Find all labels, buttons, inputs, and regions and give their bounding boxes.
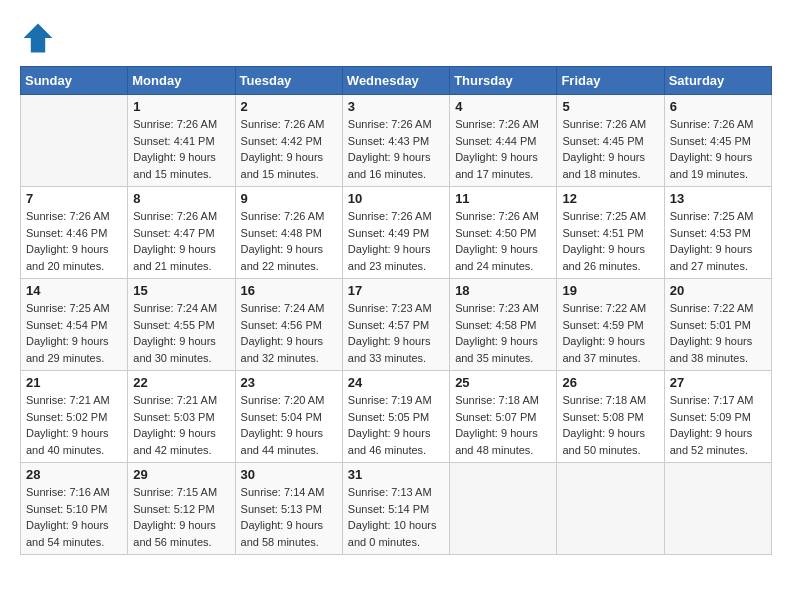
day-info: Sunrise: 7:22 AM Sunset: 4:59 PM Dayligh… [562,300,658,366]
calendar-cell: 1Sunrise: 7:26 AM Sunset: 4:41 PM Daylig… [128,95,235,187]
day-number: 13 [670,191,766,206]
day-info: Sunrise: 7:26 AM Sunset: 4:41 PM Dayligh… [133,116,229,182]
calendar-week-row: 7Sunrise: 7:26 AM Sunset: 4:46 PM Daylig… [21,187,772,279]
calendar-cell: 4Sunrise: 7:26 AM Sunset: 4:44 PM Daylig… [450,95,557,187]
calendar-cell: 20Sunrise: 7:22 AM Sunset: 5:01 PM Dayli… [664,279,771,371]
day-info: Sunrise: 7:25 AM Sunset: 4:51 PM Dayligh… [562,208,658,274]
calendar-cell: 9Sunrise: 7:26 AM Sunset: 4:48 PM Daylig… [235,187,342,279]
calendar-cell: 25Sunrise: 7:18 AM Sunset: 5:07 PM Dayli… [450,371,557,463]
day-number: 6 [670,99,766,114]
calendar-cell: 10Sunrise: 7:26 AM Sunset: 4:49 PM Dayli… [342,187,449,279]
day-number: 15 [133,283,229,298]
calendar-cell: 13Sunrise: 7:25 AM Sunset: 4:53 PM Dayli… [664,187,771,279]
day-number: 19 [562,283,658,298]
day-info: Sunrise: 7:16 AM Sunset: 5:10 PM Dayligh… [26,484,122,550]
day-info: Sunrise: 7:26 AM Sunset: 4:49 PM Dayligh… [348,208,444,274]
calendar-cell: 21Sunrise: 7:21 AM Sunset: 5:02 PM Dayli… [21,371,128,463]
calendar-week-row: 21Sunrise: 7:21 AM Sunset: 5:02 PM Dayli… [21,371,772,463]
calendar-cell: 17Sunrise: 7:23 AM Sunset: 4:57 PM Dayli… [342,279,449,371]
calendar-cell: 5Sunrise: 7:26 AM Sunset: 4:45 PM Daylig… [557,95,664,187]
calendar-cell: 2Sunrise: 7:26 AM Sunset: 4:42 PM Daylig… [235,95,342,187]
day-number: 5 [562,99,658,114]
calendar-cell: 7Sunrise: 7:26 AM Sunset: 4:46 PM Daylig… [21,187,128,279]
day-number: 27 [670,375,766,390]
calendar-cell: 26Sunrise: 7:18 AM Sunset: 5:08 PM Dayli… [557,371,664,463]
day-info: Sunrise: 7:15 AM Sunset: 5:12 PM Dayligh… [133,484,229,550]
day-number: 23 [241,375,337,390]
day-number: 10 [348,191,444,206]
calendar-cell [557,463,664,555]
day-info: Sunrise: 7:26 AM Sunset: 4:47 PM Dayligh… [133,208,229,274]
day-number: 22 [133,375,229,390]
calendar-table: SundayMondayTuesdayWednesdayThursdayFrid… [20,66,772,555]
day-info: Sunrise: 7:26 AM Sunset: 4:50 PM Dayligh… [455,208,551,274]
column-header-monday: Monday [128,67,235,95]
day-info: Sunrise: 7:20 AM Sunset: 5:04 PM Dayligh… [241,392,337,458]
calendar-cell: 23Sunrise: 7:20 AM Sunset: 5:04 PM Dayli… [235,371,342,463]
day-info: Sunrise: 7:26 AM Sunset: 4:45 PM Dayligh… [562,116,658,182]
calendar-week-row: 14Sunrise: 7:25 AM Sunset: 4:54 PM Dayli… [21,279,772,371]
calendar-cell: 29Sunrise: 7:15 AM Sunset: 5:12 PM Dayli… [128,463,235,555]
calendar-cell: 6Sunrise: 7:26 AM Sunset: 4:45 PM Daylig… [664,95,771,187]
calendar-cell: 22Sunrise: 7:21 AM Sunset: 5:03 PM Dayli… [128,371,235,463]
calendar-cell: 30Sunrise: 7:14 AM Sunset: 5:13 PM Dayli… [235,463,342,555]
column-header-friday: Friday [557,67,664,95]
svg-marker-0 [24,24,53,53]
column-header-saturday: Saturday [664,67,771,95]
day-number: 9 [241,191,337,206]
day-number: 30 [241,467,337,482]
day-info: Sunrise: 7:26 AM Sunset: 4:45 PM Dayligh… [670,116,766,182]
calendar-cell: 15Sunrise: 7:24 AM Sunset: 4:55 PM Dayli… [128,279,235,371]
day-info: Sunrise: 7:18 AM Sunset: 5:08 PM Dayligh… [562,392,658,458]
day-info: Sunrise: 7:13 AM Sunset: 5:14 PM Dayligh… [348,484,444,550]
day-number: 25 [455,375,551,390]
day-info: Sunrise: 7:17 AM Sunset: 5:09 PM Dayligh… [670,392,766,458]
calendar-cell [21,95,128,187]
day-number: 18 [455,283,551,298]
column-header-thursday: Thursday [450,67,557,95]
calendar-cell: 27Sunrise: 7:17 AM Sunset: 5:09 PM Dayli… [664,371,771,463]
day-info: Sunrise: 7:23 AM Sunset: 4:57 PM Dayligh… [348,300,444,366]
calendar-cell: 19Sunrise: 7:22 AM Sunset: 4:59 PM Dayli… [557,279,664,371]
day-number: 4 [455,99,551,114]
day-number: 28 [26,467,122,482]
day-info: Sunrise: 7:25 AM Sunset: 4:53 PM Dayligh… [670,208,766,274]
day-info: Sunrise: 7:26 AM Sunset: 4:46 PM Dayligh… [26,208,122,274]
calendar-cell: 31Sunrise: 7:13 AM Sunset: 5:14 PM Dayli… [342,463,449,555]
calendar-cell: 18Sunrise: 7:23 AM Sunset: 4:58 PM Dayli… [450,279,557,371]
day-info: Sunrise: 7:25 AM Sunset: 4:54 PM Dayligh… [26,300,122,366]
calendar-week-row: 1Sunrise: 7:26 AM Sunset: 4:41 PM Daylig… [21,95,772,187]
day-number: 8 [133,191,229,206]
day-number: 7 [26,191,122,206]
day-number: 3 [348,99,444,114]
day-number: 16 [241,283,337,298]
day-info: Sunrise: 7:24 AM Sunset: 4:56 PM Dayligh… [241,300,337,366]
day-number: 29 [133,467,229,482]
day-info: Sunrise: 7:26 AM Sunset: 4:42 PM Dayligh… [241,116,337,182]
day-number: 20 [670,283,766,298]
day-number: 1 [133,99,229,114]
calendar-cell: 24Sunrise: 7:19 AM Sunset: 5:05 PM Dayli… [342,371,449,463]
day-info: Sunrise: 7:18 AM Sunset: 5:07 PM Dayligh… [455,392,551,458]
calendar-cell [450,463,557,555]
day-number: 2 [241,99,337,114]
day-number: 31 [348,467,444,482]
day-number: 24 [348,375,444,390]
day-info: Sunrise: 7:24 AM Sunset: 4:55 PM Dayligh… [133,300,229,366]
calendar-cell: 8Sunrise: 7:26 AM Sunset: 4:47 PM Daylig… [128,187,235,279]
logo-icon [20,20,56,56]
day-info: Sunrise: 7:23 AM Sunset: 4:58 PM Dayligh… [455,300,551,366]
logo [20,20,62,56]
day-number: 26 [562,375,658,390]
day-info: Sunrise: 7:26 AM Sunset: 4:44 PM Dayligh… [455,116,551,182]
day-info: Sunrise: 7:21 AM Sunset: 5:02 PM Dayligh… [26,392,122,458]
day-info: Sunrise: 7:19 AM Sunset: 5:05 PM Dayligh… [348,392,444,458]
calendar-cell: 12Sunrise: 7:25 AM Sunset: 4:51 PM Dayli… [557,187,664,279]
calendar-cell: 28Sunrise: 7:16 AM Sunset: 5:10 PM Dayli… [21,463,128,555]
day-info: Sunrise: 7:14 AM Sunset: 5:13 PM Dayligh… [241,484,337,550]
column-header-tuesday: Tuesday [235,67,342,95]
calendar-week-row: 28Sunrise: 7:16 AM Sunset: 5:10 PM Dayli… [21,463,772,555]
calendar-cell [664,463,771,555]
day-number: 11 [455,191,551,206]
day-info: Sunrise: 7:26 AM Sunset: 4:48 PM Dayligh… [241,208,337,274]
